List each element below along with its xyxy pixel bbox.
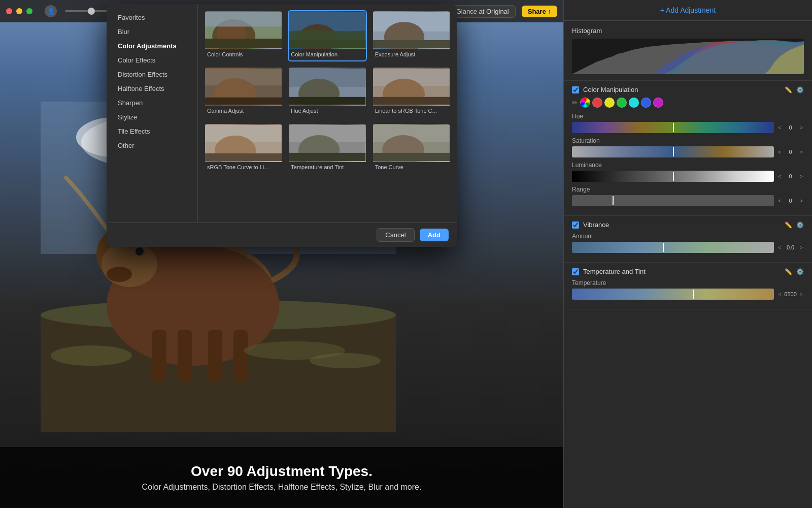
sidebar-item-color-adjustments[interactable]: Color Adjustments [110,39,194,53]
hue-decrement[interactable]: < [777,124,782,131]
saturation-decrement[interactable]: < [777,149,782,155]
svg-rect-47 [205,153,282,161]
vibrance-pencil-icon[interactable]: ✏️ [785,221,792,229]
saturation-param: Saturation < 0 > [572,137,804,157]
right-panel: + Add Adjustment Histogram Color Manipul… [563,0,812,508]
sidebar-item-favorites[interactable]: Favorites [110,11,194,24]
filter-item-gamma-adjust[interactable]: Gamma Adjust [204,67,283,118]
color-swatch-blue[interactable] [641,98,651,108]
sidebar-item-other[interactable]: Other [110,139,194,152]
histogram-label: Histogram [572,27,804,35]
vibrance-checkbox[interactable] [572,221,579,229]
svg-rect-55 [373,153,450,161]
filter-label-linear-srgb: Linear to sRGB Tone C... [373,106,450,117]
filter-picker-modal: Favorites Blur Color Adjustments Color E… [107,4,457,247]
filter-item-color-manipulation[interactable]: Color Manipulation [288,10,366,61]
range-slider[interactable] [572,195,774,206]
color-swatch-magenta[interactable] [653,98,663,108]
add-adjustment-button[interactable]: + Add Adjustment [660,6,716,14]
svg-rect-51 [289,153,365,161]
temperature-decrement[interactable]: < [777,291,782,297]
luminance-stepper: < 0 > [777,173,804,179]
color-swatch-red[interactable] [592,98,602,108]
filter-thumb-color-manipulation [289,11,365,49]
range-control: < 0 > [572,195,804,206]
filter-item-exposure-adjust[interactable]: Exposure Adjust [372,10,451,61]
sidebar-item-distortion-effects[interactable]: Distortion Effects [110,68,194,81]
sidebar-item-tile-effects[interactable]: Tile Effects [110,124,194,138]
color-swatch-yellow[interactable] [604,98,615,108]
hue-label: Hue [572,113,804,120]
color-manipulation-gear-icon[interactable]: ⚙️ [796,86,804,93]
add-button[interactable]: Add [420,229,449,241]
filter-thumb-linear-srgb [373,68,450,106]
filter-item-hue-adjust[interactable]: Hue Adjust [288,67,366,118]
amount-label: Amount [572,233,804,240]
color-manipulation-pencil-icon[interactable]: ✏️ [785,86,792,93]
color-swatch-green[interactable] [617,98,627,108]
sidebar-item-halftone-effects[interactable]: Halftone Effects [110,82,194,96]
filter-item-srgb-tone-curve[interactable]: sRGB Tone Curve to Li... [204,123,283,174]
color-swatch-all[interactable] [580,98,590,108]
swatch-pencil-icon[interactable]: ✏ [572,99,578,107]
temperature-tint-checkbox[interactable] [572,268,579,275]
filter-thumb-color-controls [205,11,282,49]
svg-rect-39 [289,97,365,105]
amount-stepper: < 0.0 > [777,244,804,250]
temperature-tint-pencil-icon[interactable]: ✏️ [785,268,792,275]
range-decrement[interactable]: < [777,198,782,204]
modal-overlay: Favorites Blur Color Adjustments Color E… [0,0,563,508]
filter-label-gamma-adjust: Gamma Adjust [205,106,282,117]
vibrance-section: Vibrance ✏️ ⚙️ Amount < 0.0 > [564,216,812,263]
luminance-slider[interactable] [572,171,774,182]
saturation-label: Saturation [572,137,804,144]
hue-stepper: < 0 > [777,124,804,131]
temperature-increment[interactable]: > [799,291,804,297]
cancel-button[interactable]: Cancel [377,228,414,242]
hue-slider[interactable] [572,122,774,133]
amount-value: 0.0 [784,244,798,250]
saturation-control: < 0 > [572,146,804,157]
histogram-section: Histogram [564,21,812,81]
amount-decrement[interactable]: < [777,244,782,250]
filter-label-hue-adjust: Hue Adjust [289,106,365,117]
vibrance-gear-icon[interactable]: ⚙️ [796,221,804,229]
temperature-slider[interactable] [572,289,774,300]
color-manipulation-checkbox[interactable] [572,86,579,93]
range-label: Range [572,186,804,193]
temperature-tint-title: Temperature and Tint [583,268,781,275]
filter-label-color-controls: Color Controls [205,49,282,60]
saturation-increment[interactable]: > [799,149,804,155]
filter-grid: Color Controls [204,10,451,174]
svg-rect-43 [373,97,450,105]
temperature-label: Temperature [572,279,804,287]
sidebar-item-stylize[interactable]: Stylize [110,110,194,124]
color-manipulation-title: Color Manipulation [583,86,781,93]
luminance-label: Luminance [572,162,804,169]
temperature-tint-gear-icon[interactable]: ⚙️ [796,268,804,275]
luminance-decrement[interactable]: < [777,173,782,179]
amount-increment[interactable]: > [799,244,804,250]
color-swatch-cyan[interactable] [629,98,639,108]
saturation-value: 0 [784,149,798,155]
color-swatches: ✏ [572,98,804,108]
range-param: Range < 0 > [572,186,804,206]
luminance-increment[interactable]: > [799,173,804,179]
filter-item-linear-srgb[interactable]: Linear to sRGB Tone C... [372,67,451,118]
filter-item-temperature-tint[interactable]: Temperature and Tint [288,123,366,174]
temperature-stepper: < 6500 > [777,291,804,297]
sidebar-item-sharpen[interactable]: Sharpen [110,96,194,110]
amount-slider[interactable] [572,242,774,253]
filter-item-tone-curve[interactable]: Tone Curve [372,123,451,174]
range-stepper: < 0 > [777,198,804,204]
filter-thumb-exposure-adjust [373,11,450,49]
range-increment[interactable]: > [799,198,804,204]
sidebar-item-blur[interactable]: Blur [110,25,194,39]
sidebar-item-color-effects[interactable]: Color Effects [110,53,194,67]
saturation-stepper: < 0 > [777,149,804,155]
hue-increment[interactable]: > [799,124,804,131]
filter-item-color-controls[interactable]: Color Controls [204,10,283,61]
saturation-slider[interactable] [572,146,774,157]
filter-thumb-tone-curve [373,124,450,162]
right-panel-header: + Add Adjustment [564,0,812,21]
